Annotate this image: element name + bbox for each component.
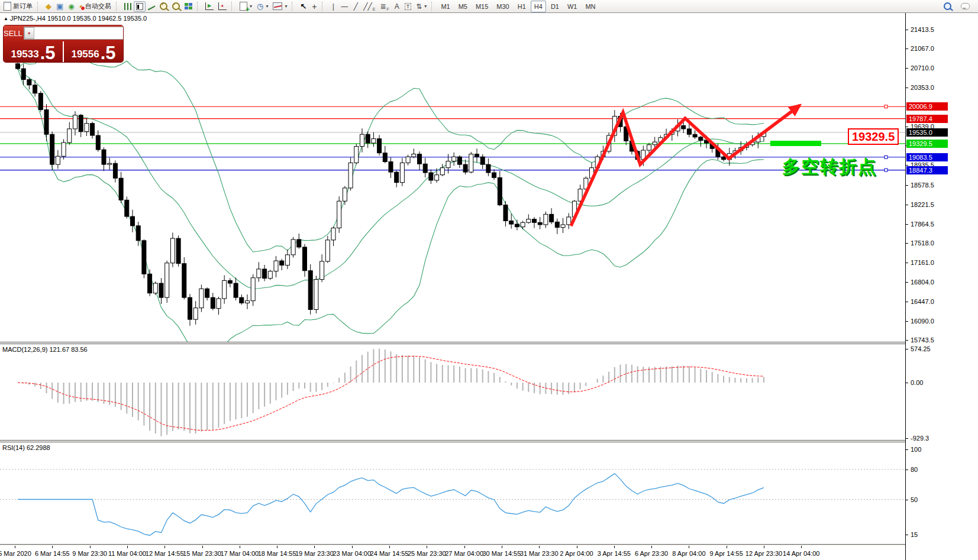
toolbar-separator — [431, 2, 435, 11]
symbol-ohlc-text: JPN225-,H4 19510.0 19535.0 19462.5 19535… — [10, 15, 147, 22]
cursor-button[interactable]: ↖ — [298, 1, 309, 12]
axis-tick — [906, 383, 908, 383]
fibonacci-button[interactable]: ≣F — [377, 1, 391, 12]
fibonacci-icon: ≣ — [380, 2, 386, 11]
trendline-button[interactable]: ╱ — [350, 1, 361, 12]
time-axis-label: 2 Apr 04:00 — [560, 550, 593, 557]
macd-panel[interactable] — [0, 344, 905, 440]
text-button[interactable]: A — [392, 1, 402, 12]
sell-price[interactable]: 19533 .5 — [4, 41, 63, 62]
bar-chart-button[interactable] — [122, 1, 134, 12]
channel-button[interactable]: ╱╱E — [361, 1, 377, 12]
time-axis-tick — [90, 546, 91, 548]
rsi-panel[interactable] — [0, 442, 905, 544]
arrows-button[interactable]: ⇅▾ — [414, 1, 429, 12]
signals-button[interactable]: ◉ — [66, 1, 76, 12]
new-order-button[interactable]: 新订单 — [1, 1, 35, 12]
time-axis-label: 3 Apr 14:55 — [598, 550, 631, 557]
vertical-line-button[interactable]: | — [328, 1, 338, 12]
time-axis-tick — [577, 546, 577, 548]
chart-shift-button[interactable]: ◂ — [216, 1, 229, 12]
time-axis-label: 8 Apr 04:00 — [672, 550, 705, 557]
chat-button[interactable] — [958, 1, 972, 12]
time-axis-label: 14 Apr 04:00 — [783, 550, 819, 557]
level-price-badge: 19083.5 — [906, 153, 948, 161]
toolbar-separator — [231, 2, 235, 11]
time-axis-label: 17 Mar 04:00 — [220, 550, 259, 557]
indicators-button[interactable]: ▾ — [237, 1, 254, 12]
time-axis-tick — [464, 546, 465, 548]
tab-timeframe-mn[interactable]: MN — [582, 1, 599, 12]
axis-tick-label: 20710.0 — [911, 64, 934, 72]
tab-timeframe-m1[interactable]: M1 — [437, 1, 453, 12]
axis-tick-label: 17161.0 — [911, 259, 934, 266]
templates-button[interactable]: ▾ — [270, 1, 289, 12]
line-chart-button[interactable] — [146, 1, 157, 12]
candlestick-chart-button[interactable] — [134, 1, 146, 12]
volume-stepper: ▼ ▲ — [24, 27, 123, 40]
search-button[interactable] — [941, 1, 954, 12]
time-axis-label: 11 Mar 04:00 — [108, 550, 146, 557]
time-axis-tick — [240, 546, 240, 548]
tab-timeframe-d1[interactable]: D1 — [547, 1, 563, 12]
vertical-line-icon: | — [333, 2, 334, 11]
trendline-icon: ╱ — [354, 2, 358, 11]
tab-timeframe-h1[interactable]: H1 — [514, 1, 530, 12]
auto-trading-label: 自动交易 — [85, 2, 111, 11]
axis-tick-label: 16804.0 — [911, 279, 934, 286]
price-axis[interactable]: 21413.521067.020710.020353.019639.019292… — [905, 13, 978, 560]
tile-windows-button[interactable] — [182, 1, 195, 12]
axis-tick — [906, 185, 908, 186]
zoom-in-button[interactable]: + — [157, 1, 170, 12]
time-axis-label: 15 Mar 23:30 — [183, 550, 221, 557]
tab-timeframe-w1[interactable]: W1 — [564, 1, 581, 12]
axis-tick — [906, 449, 908, 450]
crosshair-button[interactable]: + — [309, 1, 319, 12]
time-axis-label: 27 Mar 04:00 — [445, 550, 483, 557]
tab-timeframe-m15[interactable]: M15 — [472, 1, 492, 12]
axis-tick — [906, 535, 908, 535]
tab-timeframe-m30[interactable]: M30 — [493, 1, 512, 12]
text-label-button[interactable]: T — [402, 1, 414, 12]
level-price-badge: 19787.4 — [906, 115, 948, 123]
sell-button[interactable]: SELL — [4, 25, 22, 41]
auto-trading-button[interactable]: ● 自动交易 — [77, 1, 114, 12]
time-axis-tick — [277, 546, 277, 548]
volume-decrease-button[interactable]: ▼ — [24, 27, 34, 39]
level-price-badge: 18847.3 — [906, 166, 948, 174]
time-axis[interactable]: 5 Mar 20206 Mar 14:559 Mar 23:3011 Mar 0… — [0, 546, 905, 560]
axis-tick-label: 15743.5 — [911, 336, 934, 344]
zoom-out-button[interactable]: - — [170, 1, 182, 12]
level-price-badge: 19329.5 — [906, 140, 948, 148]
new-order-icon — [4, 2, 11, 11]
volume-input[interactable] — [34, 27, 123, 39]
clock-icon: ◷ — [257, 2, 263, 10]
axis-tick — [906, 321, 908, 322]
axis-tick — [906, 500, 908, 500]
time-axis-label: 6 Apr 23:30 — [635, 550, 668, 557]
tab-timeframe-m5[interactable]: M5 — [455, 1, 471, 12]
main-chart[interactable] — [0, 13, 905, 342]
one-click-trading-panel: SELL ▼ ▲ BUY 19533 .5 19556 .5 — [4, 25, 123, 62]
axis-tick-label: 50 — [911, 496, 918, 503]
time-axis-label: 9 Apr 14:55 — [710, 550, 743, 557]
annotation-price-label[interactable]: 19329.5 — [848, 128, 899, 145]
horizontal-line-icon: — — [341, 2, 348, 11]
toolbar-separator — [322, 2, 326, 11]
chevron-down-icon: ▾ — [424, 4, 427, 9]
periods-button[interactable]: ◷▾ — [254, 1, 270, 12]
tab-timeframe-h4[interactable]: H4 — [531, 1, 546, 12]
axis-tick — [906, 302, 908, 302]
terminal-button[interactable]: ▣ — [54, 1, 66, 12]
axis-tick — [906, 340, 908, 341]
market-watch-button[interactable]: ◆ — [43, 1, 54, 12]
chevron-down-icon: ▾ — [285, 4, 287, 9]
axis-tick — [906, 470, 908, 470]
annotation-chinese-note[interactable]: 多空转折点 — [782, 155, 877, 179]
buy-price[interactable]: 19556 .5 — [64, 41, 123, 62]
mt4-window: 新订单 ◆ ▣ ◉ ● 自动交易 + - ▶ ◂ ▾ ◷▾ ▾ ↖ + | — … — [0, 0, 978, 560]
auto-scroll-button[interactable]: ▶ — [203, 1, 216, 12]
toolbar-separator — [37, 2, 41, 11]
time-axis-tick — [502, 546, 502, 548]
horizontal-line-button[interactable]: — — [338, 1, 350, 12]
